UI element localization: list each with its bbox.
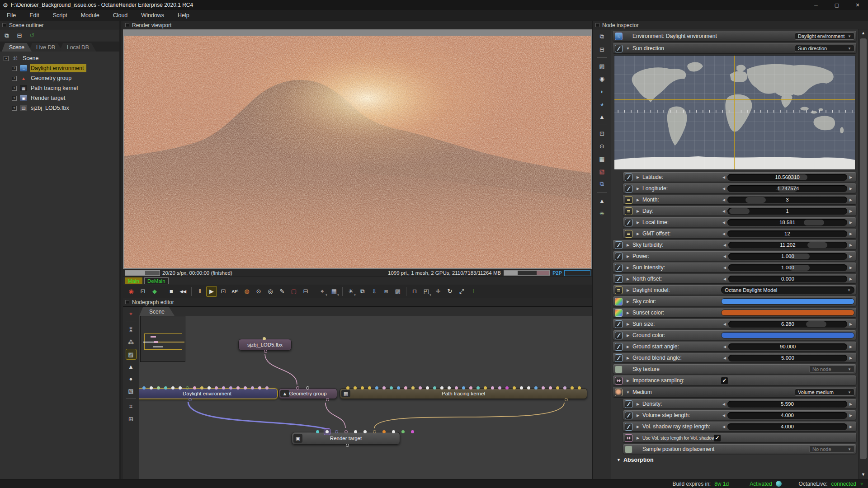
node-input-pin[interactable] [346,386,349,389]
float-pin-icon[interactable] [615,45,623,52]
param-slider[interactable]: 18.581 [727,219,847,226]
float-pin-icon[interactable] [615,253,623,260]
nodegraph-minimap[interactable] [140,316,185,362]
node-input-pin[interactable] [236,386,240,389]
node-input-pin[interactable] [375,386,378,389]
outliner-tab-local-db[interactable]: Local DB [60,43,96,52]
float-pin-icon[interactable] [615,241,623,249]
restart-icon[interactable]: ◀◀ [178,286,189,297]
param-slider[interactable]: -1.747574 [727,185,847,192]
param-slider[interactable]: 90.000 [728,343,847,350]
imager-node-icon[interactable]: ▲ [597,195,608,206]
node-input-pin[interactable] [142,386,146,389]
node-input-pin[interactable] [505,386,509,389]
node-output-pin[interactable] [326,398,329,401]
node-input-pin[interactable] [157,386,160,389]
node-input-pin[interactable] [296,386,299,389]
int-pin-icon[interactable] [625,207,632,215]
pass-tab-demain[interactable]: DeMain [144,277,169,284]
param-slider[interactable]: 1.000 [728,264,847,271]
float-pin-icon[interactable] [625,219,632,226]
node-input-pin[interactable] [326,430,329,433]
zoom-icon[interactable]: ⌖▼ [317,286,328,297]
play-icon[interactable]: ▶ [206,286,217,297]
slider-increment-icon[interactable]: ▶ [847,221,854,225]
panel-pin-icon[interactable] [2,23,6,27]
expand-nodes-icon[interactable]: ⁑ [126,324,137,335]
slider-decrement-icon[interactable]: ◀ [721,356,728,360]
collapse-icon[interactable]: ▼ [625,47,631,51]
node-sjzbj-lod5-fbx[interactable]: sjzbj_LOD5.fbx [238,339,292,351]
film-region-icon[interactable]: ⊟ [300,286,311,297]
node-input-pin[interactable] [171,386,175,389]
param-checkbox[interactable]: ✓ [721,377,728,384]
expand-icon[interactable]: ▶ [625,254,631,258]
split-view-icon[interactable]: ⊟ [14,31,24,41]
scroll-down-icon[interactable]: ▼ [859,471,868,478]
inspector-scrollbar[interactable]: ▲ ▼ [858,29,868,479]
expand-icon[interactable]: ▶ [625,322,631,326]
expand-icon[interactable]: ▶ [635,209,641,213]
slider-increment-icon[interactable]: ▶ [847,322,854,326]
expand-icon[interactable]: ▶ [635,436,641,440]
param-slider[interactable]: 4.000 [727,423,847,430]
node-input-pin[interactable] [354,386,357,389]
slider-increment-icon[interactable]: ▶ [847,209,854,213]
node-input-pin[interactable] [411,430,414,433]
node-input-pin[interactable] [484,386,487,389]
node-input-pin[interactable] [186,386,189,389]
tree-item-path-tracing-kernel[interactable]: +▦Path tracing kernel [0,83,119,93]
node-input-pin[interactable] [433,386,436,389]
node-input-pin[interactable] [179,386,182,389]
node-type-dropdown[interactable]: Daylight environment▼ [795,33,854,40]
float-pin-icon[interactable] [625,412,632,419]
int-pin-icon[interactable] [625,196,632,204]
refresh-display-icon[interactable]: ⊡ [218,286,229,297]
expand-icon[interactable]: ▶ [635,221,641,225]
slider-decrement-icon[interactable]: ◀ [721,254,728,258]
fit-view-icon[interactable]: ⤢ [456,286,467,297]
param-dropdown[interactable]: Octane Daylight Model▼ [721,286,854,294]
menu-item-cloud[interactable]: Cloud [106,12,135,19]
expand-icon[interactable]: ▶ [625,266,631,270]
slider-decrement-icon[interactable]: ◀ [720,209,727,213]
slider-decrement-icon[interactable]: ◀ [721,345,728,349]
slider-decrement-icon[interactable]: ◀ [720,198,727,202]
float-pin-icon[interactable] [625,185,632,192]
expand-icon[interactable]: + [12,96,17,101]
background-mode-icon[interactable]: ▦▼ [329,286,340,297]
node-input-pin[interactable] [455,386,458,389]
node-input-pin[interactable] [258,386,261,389]
node-input-pin[interactable] [392,430,395,433]
float-pin-icon[interactable] [625,174,632,181]
node-input-pin[interactable] [411,386,415,389]
node-input-pin[interactable] [440,386,443,389]
expand-icon[interactable]: ▶ [625,356,631,360]
slider-increment-icon[interactable]: ▶ [847,413,854,418]
node-input-pin[interactable] [229,386,232,389]
node-input-pin[interactable] [215,386,218,389]
slider-decrement-icon[interactable]: ◀ [720,221,727,225]
node-pin-icon[interactable] [625,446,632,453]
node-input-pin[interactable] [476,386,480,389]
denoiser-icon[interactable]: ✳▼ [345,286,356,297]
render-passes-node-icon[interactable]: ⧉ [597,178,608,189]
slider-decrement-icon[interactable]: ◀ [720,187,727,191]
param-slider[interactable]: 1.000 [728,253,847,260]
slider-decrement-icon[interactable]: ◀ [721,277,728,281]
menu-item-script[interactable]: Script [46,12,74,19]
render-viewport[interactable] [123,29,592,269]
node-input-pin[interactable] [354,430,357,433]
panel-pin-icon[interactable] [595,23,599,27]
slider-increment-icon[interactable]: ▶ [847,266,854,270]
expand-icon[interactable]: ▶ [635,402,641,406]
slider-increment-icon[interactable]: ▶ [847,425,854,429]
param-slider[interactable]: 1 [727,208,847,215]
float-pin-icon[interactable] [615,332,623,339]
paste-node-icon[interactable]: ⊟ [597,44,608,55]
menu-item-windows[interactable]: Windows [134,12,171,19]
refresh-icon[interactable]: ↺ [27,31,37,41]
rgb-mode-icon[interactable]: ◆ [149,286,160,297]
color-swatch[interactable] [721,310,854,316]
node-input-pin[interactable] [382,386,386,389]
